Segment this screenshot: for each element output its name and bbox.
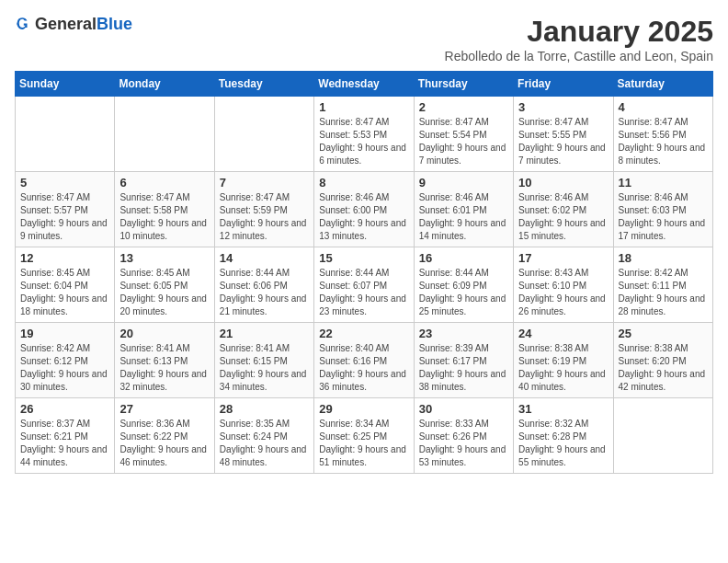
logo-icon (15, 16, 33, 34)
day-number: 20 (119, 327, 209, 340)
day-number: 14 (220, 251, 309, 265)
cell-info-text: Sunset: 6:25 PM (319, 431, 408, 443)
day-number: 21 (220, 327, 309, 340)
day-number: 5 (20, 176, 109, 190)
day-number: 12 (20, 251, 109, 265)
calendar-cell (613, 398, 712, 474)
day-number: 10 (518, 176, 608, 190)
cell-info-text: Sunset: 5:55 PM (518, 129, 608, 142)
cell-info-text: Sunrise: 8:38 AM (619, 342, 708, 355)
cell-info-text: Daylight: 9 hours and 7 minutes. (419, 142, 508, 167)
calendar-cell: 10Sunrise: 8:46 AMSunset: 6:02 PMDayligh… (514, 172, 613, 247)
cell-info-text: Sunrise: 8:32 AM (518, 418, 608, 431)
cell-info-text: Sunset: 6:07 PM (319, 280, 408, 293)
calendar-cell: 25Sunrise: 8:38 AMSunset: 6:20 PMDayligh… (613, 323, 712, 398)
cell-info-text: Sunrise: 8:35 AM (220, 418, 309, 431)
calendar-title: January 2025 (445, 15, 713, 49)
day-number: 25 (619, 327, 708, 340)
cell-info-text: Daylight: 9 hours and 38 minutes. (419, 368, 508, 394)
cell-info-text: Daylight: 9 hours and 9 minutes. (20, 217, 109, 243)
cell-info-text: Sunrise: 8:44 AM (419, 267, 508, 280)
cell-info-text: Daylight: 9 hours and 55 minutes. (518, 443, 608, 469)
calendar-cell: 20Sunrise: 8:41 AMSunset: 6:13 PMDayligh… (115, 323, 214, 398)
cell-info-text: Daylight: 9 hours and 6 minutes. (319, 142, 408, 167)
calendar-cell: 24Sunrise: 8:38 AMSunset: 6:19 PMDayligh… (514, 323, 613, 398)
calendar-body: 1Sunrise: 8:47 AMSunset: 5:53 PMDaylight… (16, 97, 713, 474)
cell-info-text: Sunrise: 8:38 AM (518, 342, 608, 355)
day-number: 3 (518, 100, 608, 114)
cell-info-text: Sunset: 6:22 PM (119, 431, 209, 443)
cell-info-text: Sunset: 5:56 PM (619, 129, 708, 142)
day-number: 27 (119, 402, 209, 416)
day-number: 30 (419, 402, 508, 416)
day-number: 9 (419, 176, 508, 190)
cell-info-text: Daylight: 9 hours and 53 minutes. (419, 443, 508, 469)
cell-info-text: Sunrise: 8:42 AM (619, 267, 708, 280)
calendar-cell (16, 97, 115, 172)
calendar-cell: 3Sunrise: 8:47 AMSunset: 5:55 PMDaylight… (514, 97, 613, 172)
cell-info-text: Sunset: 6:13 PM (119, 355, 209, 368)
cell-info-text: Sunset: 6:26 PM (419, 431, 508, 443)
calendar-cell: 11Sunrise: 8:46 AMSunset: 6:03 PMDayligh… (613, 172, 712, 247)
cell-info-text: Sunrise: 8:47 AM (619, 116, 708, 129)
cell-info-text: Daylight: 9 hours and 26 minutes. (518, 293, 608, 318)
calendar-cell: 27Sunrise: 8:36 AMSunset: 6:22 PMDayligh… (115, 398, 214, 474)
cell-info-text: Sunrise: 8:45 AM (119, 267, 209, 280)
cell-info-text: Sunset: 6:06 PM (220, 280, 309, 293)
cell-info-text: Sunrise: 8:39 AM (419, 342, 508, 355)
cell-info-text: Sunrise: 8:47 AM (319, 116, 408, 129)
calendar-cell: 1Sunrise: 8:47 AMSunset: 5:53 PMDaylight… (314, 97, 414, 172)
cell-info-text: Sunrise: 8:33 AM (419, 418, 508, 431)
cell-info-text: Daylight: 9 hours and 48 minutes. (220, 443, 309, 469)
calendar-cell: 18Sunrise: 8:42 AMSunset: 6:11 PMDayligh… (613, 247, 712, 323)
cell-info-text: Sunrise: 8:36 AM (119, 418, 209, 431)
cell-info-text: Sunrise: 8:43 AM (518, 267, 608, 280)
cell-info-text: Sunset: 6:04 PM (20, 280, 109, 293)
calendar-week-1: 1Sunrise: 8:47 AMSunset: 5:53 PMDaylight… (16, 97, 713, 172)
cell-info-text: Sunset: 6:21 PM (20, 431, 109, 443)
cell-info-text: Sunrise: 8:34 AM (319, 418, 408, 431)
calendar-subtitle: Rebolledo de la Torre, Castille and Leon… (445, 49, 713, 63)
cell-info-text: Sunset: 6:01 PM (419, 204, 508, 217)
day-number: 22 (319, 327, 408, 340)
cell-info-text: Sunset: 6:00 PM (319, 204, 408, 217)
cell-info-text: Sunset: 6:10 PM (518, 280, 608, 293)
cell-info-text: Daylight: 9 hours and 18 minutes. (20, 293, 109, 318)
cell-info-text: Daylight: 9 hours and 12 minutes. (220, 217, 309, 243)
day-number: 17 (518, 251, 608, 265)
calendar-week-3: 12Sunrise: 8:45 AMSunset: 6:04 PMDayligh… (16, 247, 713, 323)
cell-info-text: Daylight: 9 hours and 7 minutes. (518, 142, 608, 167)
cell-info-text: Sunrise: 8:47 AM (20, 191, 109, 204)
cell-info-text: Daylight: 9 hours and 17 minutes. (619, 217, 708, 243)
title-area: January 2025 Rebolledo de la Torre, Cast… (445, 15, 713, 63)
cell-info-text: Sunrise: 8:46 AM (619, 191, 708, 204)
cell-info-text: Sunset: 6:17 PM (419, 355, 508, 368)
calendar-cell: 8Sunrise: 8:46 AMSunset: 6:00 PMDaylight… (314, 172, 414, 247)
day-number: 26 (20, 402, 109, 416)
calendar-cell: 21Sunrise: 8:41 AMSunset: 6:15 PMDayligh… (214, 323, 313, 398)
calendar-week-4: 19Sunrise: 8:42 AMSunset: 6:12 PMDayligh… (16, 323, 713, 398)
cell-info-text: Sunset: 5:58 PM (119, 204, 209, 217)
cell-info-text: Daylight: 9 hours and 13 minutes. (319, 217, 408, 243)
weekday-header-sunday: Sunday (16, 72, 115, 97)
calendar-cell: 28Sunrise: 8:35 AMSunset: 6:24 PMDayligh… (214, 398, 313, 474)
day-number: 13 (119, 251, 209, 265)
calendar-header: SundayMondayTuesdayWednesdayThursdayFrid… (16, 72, 713, 97)
cell-info-text: Sunrise: 8:45 AM (20, 267, 109, 280)
calendar-cell: 23Sunrise: 8:39 AMSunset: 6:17 PMDayligh… (414, 323, 513, 398)
day-number: 16 (419, 251, 508, 265)
day-number: 1 (319, 100, 408, 114)
calendar-cell: 31Sunrise: 8:32 AMSunset: 6:28 PMDayligh… (514, 398, 613, 474)
cell-info-text: Sunrise: 8:46 AM (419, 191, 508, 204)
calendar-cell: 4Sunrise: 8:47 AMSunset: 5:56 PMDaylight… (613, 97, 712, 172)
cell-info-text: Sunset: 5:53 PM (319, 129, 408, 142)
cell-info-text: Daylight: 9 hours and 51 minutes. (319, 443, 408, 469)
calendar-cell: 19Sunrise: 8:42 AMSunset: 6:12 PMDayligh… (16, 323, 115, 398)
calendar-cell (115, 97, 214, 172)
day-number: 4 (619, 100, 708, 114)
cell-info-text: Sunset: 5:54 PM (419, 129, 508, 142)
cell-info-text: Daylight: 9 hours and 25 minutes. (419, 293, 508, 318)
calendar-cell: 14Sunrise: 8:44 AMSunset: 6:06 PMDayligh… (214, 247, 313, 323)
cell-info-text: Sunrise: 8:44 AM (319, 267, 408, 280)
cell-info-text: Sunrise: 8:47 AM (220, 191, 309, 204)
